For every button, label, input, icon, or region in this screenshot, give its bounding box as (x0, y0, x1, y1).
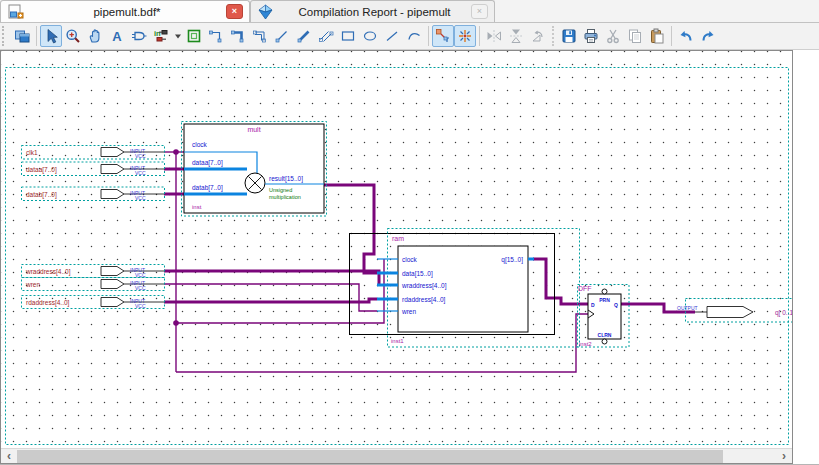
diagonal-conduit-icon (318, 28, 334, 44)
tab-close-button[interactable]: × (471, 4, 488, 19)
rotate-left-button[interactable] (527, 25, 549, 47)
orthogonal-bus-icon (230, 28, 246, 44)
svg-text:wraddress[4..0]: wraddress[4..0] (401, 282, 447, 290)
wire-clk-to-ram-clock[interactable] (176, 259, 384, 323)
flip-vertical-button[interactable] (505, 25, 527, 47)
selection-arrow-icon (43, 28, 59, 44)
symbol-gate-icon (131, 28, 147, 44)
bus-rdaddress[interactable] (164, 299, 377, 302)
svg-text:multiplication: multiplication (269, 194, 301, 200)
svg-text:rdaddress[4..0]: rdaddress[4..0] (26, 299, 70, 307)
redo-button[interactable] (697, 25, 719, 47)
svg-text:in: in (154, 29, 161, 38)
rubberbanding-icon (435, 28, 451, 44)
orthogonal-conduit-tool-button[interactable] (249, 25, 271, 47)
tab-title[interactable]: Compilation Report - pipemult (278, 6, 471, 18)
wire-junction-dot (173, 320, 179, 326)
cut-scissors-icon (605, 28, 621, 44)
hand-icon (87, 28, 103, 44)
svg-text:D: D (591, 302, 595, 308)
svg-text:mult: mult (247, 126, 260, 133)
quartus-schematic-editor: { "tabs": { "items": [ {"title": "pipemu… (0, 0, 819, 465)
input-pin-rdaddress[interactable]: rdaddress[4..0] INPUT VCC (22, 296, 165, 310)
orthogonal-conduit-icon (252, 28, 268, 44)
bus-wraddress[interactable] (164, 271, 379, 285)
text-tool-icon: A (109, 28, 125, 44)
svg-text:clk1: clk1 (26, 149, 38, 156)
svg-text:PRN: PRN (599, 297, 610, 303)
line-tool-button[interactable] (381, 25, 403, 47)
pin-tool-dropdown[interactable] (172, 25, 183, 47)
print-button[interactable] (580, 25, 602, 47)
input-pin-clk1[interactable]: clk1 INPUT VCC (22, 146, 165, 160)
schematic-canvas[interactable]: clk1 INPUT VCC dataa[7..0] INPUT VCC dat… (0, 50, 793, 464)
scrollbar-thumb[interactable] (17, 450, 723, 463)
tab-pipemult-bdf[interactable]: pipemult.bdf* × (0, 0, 250, 22)
orthogonal-bus-tool-button[interactable] (227, 25, 249, 47)
arc-tool-button[interactable] (403, 25, 425, 47)
copy-button[interactable] (624, 25, 646, 47)
input-pin-dataa[interactable]: dataa[7..0] INPUT VCC (22, 162, 165, 176)
symbol-tool-button[interactable] (128, 25, 150, 47)
attach-window-button[interactable] (11, 25, 33, 47)
undo-button[interactable] (675, 25, 697, 47)
scroll-right-button[interactable]: › (776, 449, 792, 463)
flip-horizontal-button[interactable] (483, 25, 505, 47)
svg-text:VCC: VCC (135, 285, 146, 291)
schematic-drawing: clk1 INPUT VCC dataa[7..0] INPUT VCC dat… (1, 51, 792, 449)
tab-close-button[interactable]: × (226, 4, 243, 19)
mult-block[interactable]: mult clock dataa[7..0] datab[7..0] resul… (182, 122, 327, 217)
block-tool-icon (186, 28, 202, 44)
diagonal-node-tool-button[interactable] (271, 25, 293, 47)
output-pin-q[interactable]: OUTPUT q[ 0..15] (677, 299, 792, 323)
selection-tool-button[interactable] (40, 25, 62, 47)
flip-vertical-icon (508, 28, 524, 44)
text-tool-button[interactable]: A (106, 25, 128, 47)
block-tool-button[interactable] (183, 25, 205, 47)
pin-tool-button[interactable]: in (150, 25, 172, 47)
zoom-icon (65, 28, 81, 44)
wire-wren[interactable] (164, 284, 377, 311)
scroll-left-button[interactable]: ‹ (1, 449, 17, 463)
paste-clipboard-icon (649, 28, 665, 44)
sheet-selection-frame[interactable] (6, 68, 789, 445)
svg-text:ram: ram (392, 235, 404, 242)
save-icon (561, 28, 577, 44)
svg-text:VCC: VCC (135, 153, 146, 159)
input-pin-wren[interactable]: wren INPUT VCC (22, 278, 165, 292)
arc-tool-icon (406, 28, 422, 44)
line-tool-icon (384, 28, 400, 44)
tab-compilation-report[interactable]: Compilation Report - pipemult × (250, 0, 495, 22)
dff-block[interactable]: DFF PRN CLRN D Q inst2 (578, 285, 630, 348)
svg-text:DFF: DFF (578, 285, 592, 292)
zoom-tool-button[interactable] (62, 25, 84, 47)
svg-text:wren: wren (401, 308, 416, 315)
ellipse-tool-icon (362, 28, 378, 44)
save-button[interactable] (558, 25, 580, 47)
bdf-file-icon (7, 4, 24, 20)
diagonal-node-icon (274, 28, 290, 44)
paste-button[interactable] (646, 25, 668, 47)
toolbar-grip[interactable] (2, 26, 9, 46)
partial-line-selection-icon (457, 28, 473, 44)
input-pin-wraddress[interactable]: wraddress[4..0] INPUT VCC (22, 265, 165, 279)
rectangle-tool-button[interactable] (337, 25, 359, 47)
tab-title[interactable]: pipemult.bdf* (28, 6, 226, 18)
bus-result-to-ram-data[interactable] (324, 185, 377, 273)
svg-text:datab[7..0]: datab[7..0] (26, 191, 57, 199)
chevron-down-icon (174, 32, 182, 40)
ellipse-tool-button[interactable] (359, 25, 381, 47)
pan-tool-button[interactable] (84, 25, 106, 47)
orthogonal-node-tool-button[interactable] (205, 25, 227, 47)
svg-text:clock: clock (192, 141, 208, 148)
horizontal-scrollbar[interactable]: ‹ › (1, 448, 792, 463)
input-pin-datab[interactable]: datab[7..0] INPUT VCC (22, 187, 165, 201)
svg-text:OUTPUT: OUTPUT (677, 305, 698, 311)
partial-line-selection-toggle-button[interactable] (454, 25, 476, 47)
diagonal-conduit-tool-button[interactable] (315, 25, 337, 47)
diagonal-bus-tool-button[interactable] (293, 25, 315, 47)
cut-button[interactable] (602, 25, 624, 47)
svg-text:Unsigned: Unsigned (269, 187, 292, 193)
svg-text:CLRN: CLRN (598, 332, 612, 338)
rubberbanding-toggle-button[interactable] (432, 25, 454, 47)
